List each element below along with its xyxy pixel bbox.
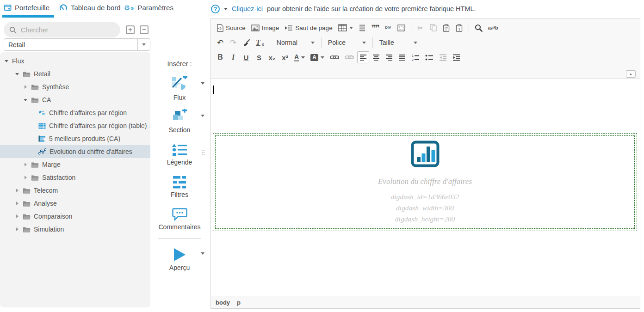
- text-color-arrow[interactable]: [301, 56, 305, 59]
- insert-apercu-button[interactable]: Aperçu: [154, 245, 205, 271]
- page-break-button[interactable]: Saut de page: [282, 22, 334, 34]
- bold-button[interactable]: B: [214, 51, 226, 63]
- toolbar-separator: [411, 23, 411, 33]
- tree-item-telecom[interactable]: Telecom: [0, 184, 150, 197]
- top-navigation: Portefeuille Tableau de bord ⚙⚙ Paramètr…: [0, 0, 211, 18]
- flux-dropdown-arrow[interactable]: [201, 82, 204, 85]
- tree-item-5-meilleurs-produits[interactable]: 5 meilleurs produits (CA): [0, 132, 150, 145]
- tree-item-label: Comparaison: [34, 213, 72, 220]
- search-input[interactable]: [21, 26, 104, 34]
- tree-item-flux[interactable]: Flux: [0, 55, 150, 67]
- help-link[interactable]: Cliquez-ici: [232, 5, 263, 12]
- section-dropdown-arrow[interactable]: [201, 115, 204, 117]
- tree-item-comparaison[interactable]: Comparaison: [0, 210, 150, 223]
- insert-commentaires-button[interactable]: Commentaires: [154, 204, 205, 231]
- tree-item-retail[interactable]: Retail: [0, 67, 150, 80]
- flux-chart-plus-icon: [154, 75, 205, 92]
- numbered-list-button[interactable]: 12: [409, 51, 422, 63]
- source-button[interactable]: Source: [214, 22, 248, 34]
- apercu-dropdown-arrow[interactable]: [201, 252, 204, 255]
- element-path-body[interactable]: body: [216, 299, 230, 306]
- panel-splitter-handle[interactable]: [202, 150, 205, 159]
- help-dropdown-caret[interactable]: [224, 8, 228, 10]
- combo-arrow: [362, 42, 366, 44]
- paste-plain-text-button[interactable]: T: [453, 22, 465, 34]
- collapse-node-icon[interactable]: [23, 97, 28, 103]
- tab-portefeuille[interactable]: Portefeuille: [4, 4, 50, 12]
- flux-widget-placeholder[interactable]: Evolution du chiffre d'affaires digdash_…: [215, 135, 635, 229]
- portfolio-select[interactable]: Retail: [4, 38, 150, 51]
- copy-formatting-button[interactable]: [240, 37, 253, 49]
- tree-item-synthese[interactable]: Synthèse: [0, 80, 150, 93]
- tree-item-evolution-ca[interactable]: Evolution du chiffre d'affaires: [0, 145, 150, 158]
- bullet-list-button[interactable]: [423, 51, 436, 63]
- align-center-button[interactable]: [370, 51, 382, 63]
- text-color-button[interactable]: A: [292, 51, 307, 63]
- font-size-combo[interactable]: Taille: [376, 37, 421, 48]
- blockquote-button[interactable]: ❞❞: [369, 22, 381, 34]
- expand-node-icon[interactable]: [14, 188, 20, 193]
- font-name-combo[interactable]: Police: [325, 37, 369, 48]
- align-left-button[interactable]: [357, 51, 369, 63]
- tab-tableau-de-bord[interactable]: Tableau de bord: [59, 4, 121, 12]
- iframe-button[interactable]: [395, 22, 408, 34]
- expand-node-icon[interactable]: [14, 226, 20, 232]
- insert-flux-button[interactable]: Flux: [154, 75, 205, 101]
- paintbrush-icon: [242, 39, 250, 47]
- expand-node-icon[interactable]: [23, 175, 28, 180]
- background-color-arrow[interactable]: [321, 56, 324, 59]
- source-label: Source: [226, 24, 246, 31]
- subscript-button[interactable]: x₂: [266, 51, 278, 63]
- tree-item-marge[interactable]: Marge: [0, 158, 150, 171]
- remove-format-icon: T: [256, 39, 260, 46]
- editor-content[interactable]: Evolution du chiffre d'affaires digdash_…: [211, 79, 640, 296]
- expand-node-icon[interactable]: [23, 84, 28, 90]
- tree-item-simulation[interactable]: Simulation: [0, 223, 150, 236]
- expand-node-icon[interactable]: [23, 162, 28, 167]
- collapse-all-button[interactable]: −: [140, 25, 149, 34]
- tree-item-ca[interactable]: CA: [0, 93, 150, 106]
- underline-button[interactable]: U: [240, 51, 252, 63]
- paragraph-format-combo[interactable]: Normal: [273, 37, 318, 48]
- link-button[interactable]: [328, 51, 341, 63]
- tree-item-analyse[interactable]: Analyse: [0, 197, 150, 210]
- replace-button[interactable]: a⇄b: [486, 22, 501, 34]
- select-arrow[interactable]: [137, 39, 150, 50]
- collapse-toolbar-button[interactable]: ▲: [626, 70, 636, 78]
- paste-plain-text-icon: T: [456, 24, 463, 32]
- horizontal-rule-button[interactable]: [356, 22, 368, 34]
- image-button[interactable]: Image: [249, 22, 282, 34]
- help-question-icon[interactable]: ?: [211, 5, 220, 13]
- tree-item-satisfaction[interactable]: Satisfaction: [0, 171, 150, 184]
- tree-item-ca-par-region[interactable]: Chiffre d'affaires par région: [0, 106, 150, 119]
- insert-section-button[interactable]: Section: [154, 107, 205, 134]
- collapse-node-icon[interactable]: [14, 71, 20, 77]
- italic-button[interactable]: I: [227, 51, 239, 63]
- remove-format-button[interactable]: T x: [254, 37, 266, 49]
- find-button[interactable]: [472, 22, 485, 34]
- insert-panel-title: Insérer :: [154, 60, 205, 67]
- superscript-button[interactable]: x²: [279, 51, 291, 63]
- align-right-button[interactable]: [383, 51, 395, 63]
- strikethrough-button[interactable]: S: [253, 51, 265, 63]
- expand-all-button[interactable]: +: [126, 25, 135, 34]
- element-path-p[interactable]: p: [237, 299, 241, 306]
- justify-button[interactable]: [396, 51, 408, 63]
- increase-indent-button[interactable]: [450, 51, 463, 63]
- expand-node-icon[interactable]: [14, 201, 20, 206]
- insert-legende-button[interactable]: Légende: [154, 140, 205, 166]
- combo-arrow: [414, 42, 417, 44]
- dashboard-section-placeholder[interactable]: Evolution du chiffre d'affaires digdash_…: [213, 133, 637, 231]
- expand-node-icon[interactable]: [14, 214, 20, 219]
- table-button[interactable]: [336, 22, 355, 34]
- insert-filtres-button[interactable]: Filtres: [154, 172, 205, 198]
- decrease-indent-button: [437, 51, 449, 63]
- paste-button[interactable]: [440, 22, 452, 34]
- collapse-node-icon[interactable]: [4, 58, 9, 64]
- background-color-button[interactable]: A: [308, 51, 327, 63]
- div-container-button[interactable]: DIV: [382, 22, 394, 34]
- undo-button[interactable]: ↶: [214, 37, 226, 49]
- tab-parametres[interactable]: ⚙⚙ Paramètres: [124, 4, 173, 12]
- tree-item-ca-par-region-table[interactable]: Chiffre d'affaires par région (table): [0, 119, 150, 132]
- find-icon: [475, 24, 483, 32]
